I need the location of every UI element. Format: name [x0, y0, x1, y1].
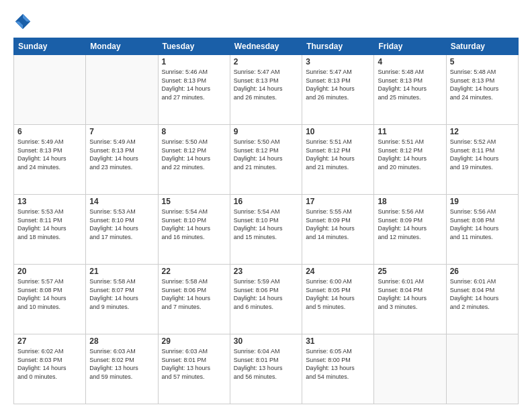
- cell-content: Sunrise: 5:56 AM Sunset: 8:08 PM Dayligh…: [450, 208, 515, 241]
- calendar-cell: 21Sunrise: 5:58 AM Sunset: 8:07 PM Dayli…: [86, 265, 158, 334]
- cell-content: Sunrise: 5:52 AM Sunset: 8:11 PM Dayligh…: [450, 138, 515, 171]
- cell-content: Sunrise: 6:05 AM Sunset: 8:00 PM Dayligh…: [306, 347, 370, 381]
- cell-content: Sunrise: 5:48 AM Sunset: 8:13 PM Dayligh…: [378, 68, 442, 101]
- calendar-week-1: 1Sunrise: 5:46 AM Sunset: 8:13 PM Daylig…: [14, 55, 519, 125]
- calendar-cell: 18Sunrise: 5:56 AM Sunset: 8:09 PM Dayli…: [374, 195, 446, 265]
- calendar-cell: 7Sunrise: 5:49 AM Sunset: 8:13 PM Daylig…: [86, 125, 158, 195]
- cell-content: Sunrise: 6:00 AM Sunset: 8:05 PM Dayligh…: [306, 277, 370, 311]
- cell-content: Sunrise: 5:54 AM Sunset: 8:10 PM Dayligh…: [234, 208, 298, 241]
- day-number: 17: [306, 197, 370, 206]
- day-number: 5: [450, 57, 515, 66]
- cell-content: Sunrise: 5:50 AM Sunset: 8:12 PM Dayligh…: [162, 138, 226, 171]
- cell-content: Sunrise: 5:55 AM Sunset: 8:09 PM Dayligh…: [306, 208, 370, 241]
- day-number: 26: [450, 267, 515, 276]
- calendar-cell: [14, 55, 86, 125]
- calendar-cell: 15Sunrise: 5:54 AM Sunset: 8:10 PM Dayli…: [158, 195, 230, 265]
- day-number: 2: [234, 57, 298, 66]
- cell-content: Sunrise: 5:58 AM Sunset: 8:07 PM Dayligh…: [89, 277, 154, 311]
- weekday-header-wednesday: Wednesday: [230, 38, 302, 55]
- cell-content: Sunrise: 5:47 AM Sunset: 8:13 PM Dayligh…: [306, 68, 370, 101]
- day-number: 4: [378, 57, 442, 66]
- calendar-cell: 28Sunrise: 6:03 AM Sunset: 8:02 PM Dayli…: [86, 334, 158, 404]
- calendar-cell: 9Sunrise: 5:50 AM Sunset: 8:12 PM Daylig…: [230, 125, 302, 195]
- calendar-cell: 23Sunrise: 5:59 AM Sunset: 8:06 PM Dayli…: [230, 265, 302, 334]
- calendar-cell: 27Sunrise: 6:02 AM Sunset: 8:03 PM Dayli…: [14, 334, 86, 404]
- cell-content: Sunrise: 6:01 AM Sunset: 8:04 PM Dayligh…: [450, 277, 515, 311]
- day-number: 12: [450, 127, 515, 136]
- calendar-week-5: 27Sunrise: 6:02 AM Sunset: 8:03 PM Dayli…: [14, 334, 519, 404]
- calendar-body: 1Sunrise: 5:46 AM Sunset: 8:13 PM Daylig…: [14, 55, 519, 404]
- calendar-cell: 17Sunrise: 5:55 AM Sunset: 8:09 PM Dayli…: [302, 195, 374, 265]
- day-number: 13: [17, 197, 82, 206]
- day-number: 24: [306, 267, 370, 276]
- calendar-cell: [374, 334, 446, 404]
- calendar-week-2: 6Sunrise: 5:49 AM Sunset: 8:13 PM Daylig…: [14, 125, 519, 195]
- day-number: 18: [378, 197, 442, 206]
- cell-content: Sunrise: 6:02 AM Sunset: 8:03 PM Dayligh…: [17, 347, 82, 381]
- calendar-cell: 11Sunrise: 5:51 AM Sunset: 8:12 PM Dayli…: [374, 125, 446, 195]
- day-number: 9: [234, 127, 298, 136]
- weekday-header-thursday: Thursday: [302, 38, 374, 55]
- calendar-cell: 30Sunrise: 6:04 AM Sunset: 8:01 PM Dayli…: [230, 334, 302, 404]
- cell-content: Sunrise: 5:48 AM Sunset: 8:13 PM Dayligh…: [450, 68, 515, 101]
- cell-content: Sunrise: 5:59 AM Sunset: 8:06 PM Dayligh…: [234, 277, 298, 311]
- calendar-cell: 25Sunrise: 6:01 AM Sunset: 8:04 PM Dayli…: [374, 265, 446, 334]
- header: [13, 12, 519, 31]
- day-number: 14: [89, 197, 154, 206]
- calendar-cell: 16Sunrise: 5:54 AM Sunset: 8:10 PM Dayli…: [230, 195, 302, 265]
- day-number: 30: [234, 336, 298, 346]
- calendar-cell: 26Sunrise: 6:01 AM Sunset: 8:04 PM Dayli…: [446, 265, 518, 334]
- weekday-header-row: SundayMondayTuesdayWednesdayThursdayFrid…: [14, 38, 519, 55]
- calendar-cell: 31Sunrise: 6:05 AM Sunset: 8:00 PM Dayli…: [302, 334, 374, 404]
- cell-content: Sunrise: 5:46 AM Sunset: 8:13 PM Dayligh…: [162, 68, 226, 101]
- day-number: 10: [306, 127, 370, 136]
- day-number: 16: [234, 197, 298, 206]
- weekday-header-friday: Friday: [374, 38, 446, 55]
- calendar-cell: 14Sunrise: 5:53 AM Sunset: 8:10 PM Dayli…: [86, 195, 158, 265]
- calendar-week-4: 20Sunrise: 5:57 AM Sunset: 8:08 PM Dayli…: [14, 265, 519, 334]
- cell-content: Sunrise: 5:54 AM Sunset: 8:10 PM Dayligh…: [162, 208, 226, 241]
- day-number: 11: [378, 127, 442, 136]
- calendar-header: SundayMondayTuesdayWednesdayThursdayFrid…: [14, 38, 519, 55]
- calendar-week-3: 13Sunrise: 5:53 AM Sunset: 8:11 PM Dayli…: [14, 195, 519, 265]
- day-number: 8: [162, 127, 226, 136]
- day-number: 28: [89, 336, 154, 346]
- cell-content: Sunrise: 5:53 AM Sunset: 8:11 PM Dayligh…: [17, 208, 82, 241]
- calendar-cell: 3Sunrise: 5:47 AM Sunset: 8:13 PM Daylig…: [302, 55, 374, 125]
- cell-content: Sunrise: 5:49 AM Sunset: 8:13 PM Dayligh…: [89, 138, 154, 171]
- cell-content: Sunrise: 5:51 AM Sunset: 8:12 PM Dayligh…: [306, 138, 370, 171]
- day-number: 23: [234, 267, 298, 276]
- calendar-cell: 29Sunrise: 6:03 AM Sunset: 8:01 PM Dayli…: [158, 334, 230, 404]
- day-number: 21: [89, 267, 154, 276]
- cell-content: Sunrise: 6:03 AM Sunset: 8:02 PM Dayligh…: [89, 347, 154, 381]
- calendar-cell: 4Sunrise: 5:48 AM Sunset: 8:13 PM Daylig…: [374, 55, 446, 125]
- day-number: 3: [306, 57, 370, 66]
- logo-icon: [13, 12, 32, 31]
- day-number: 19: [450, 197, 515, 206]
- page: SundayMondayTuesdayWednesdayThursdayFrid…: [0, 0, 532, 411]
- cell-content: Sunrise: 5:58 AM Sunset: 8:06 PM Dayligh…: [162, 277, 226, 311]
- calendar-cell: 6Sunrise: 5:49 AM Sunset: 8:13 PM Daylig…: [14, 125, 86, 195]
- calendar-table: SundayMondayTuesdayWednesdayThursdayFrid…: [13, 38, 519, 404]
- day-number: 27: [17, 336, 82, 346]
- day-number: 15: [162, 197, 226, 206]
- weekday-header-monday: Monday: [86, 38, 158, 55]
- calendar-cell: 24Sunrise: 6:00 AM Sunset: 8:05 PM Dayli…: [302, 265, 374, 334]
- weekday-header-tuesday: Tuesday: [158, 38, 230, 55]
- calendar-cell: 5Sunrise: 5:48 AM Sunset: 8:13 PM Daylig…: [446, 55, 518, 125]
- cell-content: Sunrise: 5:51 AM Sunset: 8:12 PM Dayligh…: [378, 138, 442, 171]
- calendar-cell: 10Sunrise: 5:51 AM Sunset: 8:12 PM Dayli…: [302, 125, 374, 195]
- cell-content: Sunrise: 5:56 AM Sunset: 8:09 PM Dayligh…: [378, 208, 442, 241]
- day-number: 7: [89, 127, 154, 136]
- cell-content: Sunrise: 5:50 AM Sunset: 8:12 PM Dayligh…: [234, 138, 298, 171]
- calendar-cell: 19Sunrise: 5:56 AM Sunset: 8:08 PM Dayli…: [446, 195, 518, 265]
- cell-content: Sunrise: 6:01 AM Sunset: 8:04 PM Dayligh…: [378, 277, 442, 311]
- calendar-cell: 20Sunrise: 5:57 AM Sunset: 8:08 PM Dayli…: [14, 265, 86, 334]
- calendar-cell: [446, 334, 518, 404]
- cell-content: Sunrise: 5:47 AM Sunset: 8:13 PM Dayligh…: [234, 68, 298, 101]
- calendar-cell: [86, 55, 158, 125]
- logo: [13, 12, 34, 31]
- day-number: 25: [378, 267, 442, 276]
- day-number: 20: [17, 267, 82, 276]
- cell-content: Sunrise: 5:53 AM Sunset: 8:10 PM Dayligh…: [89, 208, 154, 241]
